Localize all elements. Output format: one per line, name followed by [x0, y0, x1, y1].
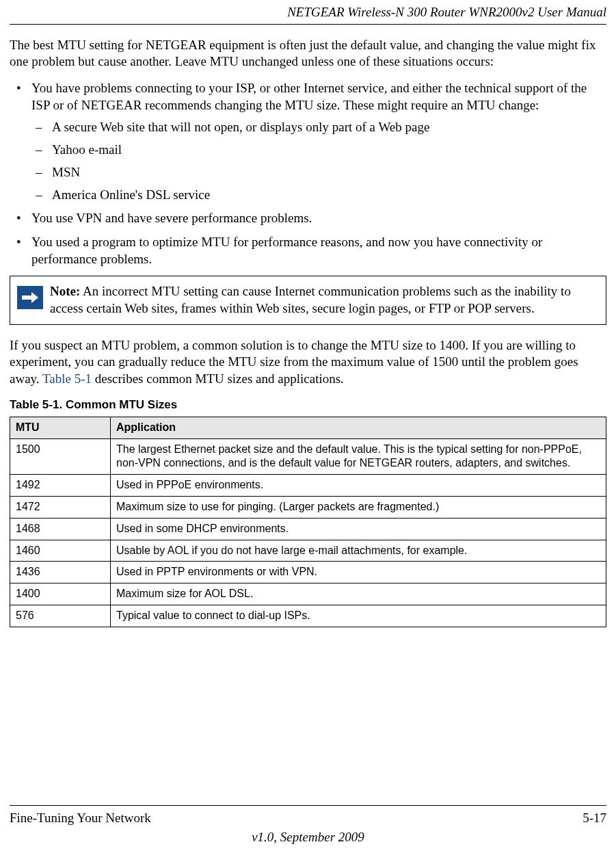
note-text: Note: An incorrect MTU setting can cause…: [50, 283, 599, 317]
table-header-row: MTU Application: [10, 417, 606, 438]
table-reference-link[interactable]: Table 5-1: [42, 371, 92, 386]
footer-page-number: 5-17: [582, 810, 606, 827]
cell-app: Used in some DHCP environments.: [111, 518, 606, 540]
page-header: NETGEAR Wireless-N 300 Router WNR2000v2 …: [10, 0, 606, 25]
table-row: 1472Maximum size to use for pinging. (La…: [10, 496, 606, 518]
table-body: 1500The largest Ethernet packet size and…: [10, 438, 606, 627]
cell-app: The largest Ethernet packet size and the…: [111, 438, 606, 475]
intro-paragraph: The best MTU setting for NETGEAR equipme…: [10, 37, 606, 70]
cell-app: Typical value to connect to dial-up ISPs…: [111, 605, 606, 627]
list-item: You use VPN and have severe performance …: [10, 210, 606, 227]
note-box: Note: An incorrect MTU setting can cause…: [10, 276, 606, 324]
cell-mtu: 1500: [10, 438, 111, 475]
list-item: You used a program to optimize MTU for p…: [10, 234, 606, 267]
suspect-after: describes common MTU sizes and applicati…: [92, 371, 344, 386]
note-body: An incorrect MTU setting can cause Inter…: [50, 284, 571, 315]
page-footer: Fine-Tuning Your Network 5-17 v1.0, Sept…: [10, 805, 606, 846]
table-row: 1400Maximum size for AOL DSL.: [10, 583, 606, 605]
list-item-text: You have problems connecting to your ISP…: [31, 81, 587, 112]
cell-mtu: 1492: [10, 475, 111, 497]
cell-app: Maximum size for AOL DSL.: [111, 583, 606, 605]
sub-list-item: Yahoo e-mail: [31, 142, 606, 159]
list-item: You have problems connecting to your ISP…: [10, 80, 606, 203]
table-row: 1500The largest Ethernet packet size and…: [10, 438, 606, 475]
col-header-application: Application: [111, 417, 606, 438]
table-row: 576Typical value to connect to dial-up I…: [10, 605, 606, 627]
table-row: 1468Used in some DHCP environments.: [10, 518, 606, 540]
sub-list-item: MSN: [31, 164, 606, 181]
cell-mtu: 1400: [10, 583, 111, 605]
table-row: 1492Used in PPPoE environments.: [10, 475, 606, 497]
mtu-table: MTU Application 1500The largest Ethernet…: [10, 417, 606, 627]
sub-list-item: A secure Web site that will not open, or…: [31, 119, 606, 136]
cell-app: Used in PPTP environments or with VPN.: [111, 562, 606, 583]
table-row: 1460Usable by AOL if you do not have lar…: [10, 540, 606, 562]
sub-list-item: America Online's DSL service: [31, 187, 606, 204]
cell-mtu: 1460: [10, 540, 111, 562]
sub-list: A secure Web site that will not open, or…: [31, 119, 606, 203]
cell-mtu: 1436: [10, 562, 111, 583]
cell-mtu: 576: [10, 605, 111, 627]
arrow-right-icon: [17, 286, 43, 309]
note-label: Note:: [50, 284, 80, 298]
cell-mtu: 1468: [10, 518, 111, 540]
col-header-mtu: MTU: [10, 417, 111, 438]
footer-version: v1.0, September 2009: [10, 829, 606, 846]
manual-page: NETGEAR Wireless-N 300 Router WNR2000v2 …: [0, 0, 616, 853]
cell-app: Usable by AOL if you do not have large e…: [111, 540, 606, 562]
bullet-list: You have problems connecting to your ISP…: [10, 80, 606, 267]
table-row: 1436Used in PPTP environments or with VP…: [10, 562, 606, 583]
cell-app: Maximum size to use for pinging. (Larger…: [111, 496, 606, 518]
footer-section: Fine-Tuning Your Network: [10, 810, 151, 827]
suspect-paragraph: If you suspect an MTU problem, a common …: [10, 337, 606, 388]
cell-app: Used in PPPoE environments.: [111, 475, 606, 497]
header-title: NETGEAR Wireless-N 300 Router WNR2000v2 …: [287, 5, 606, 19]
cell-mtu: 1472: [10, 496, 111, 518]
table-caption: Table 5-1. Common MTU Sizes: [10, 397, 606, 412]
